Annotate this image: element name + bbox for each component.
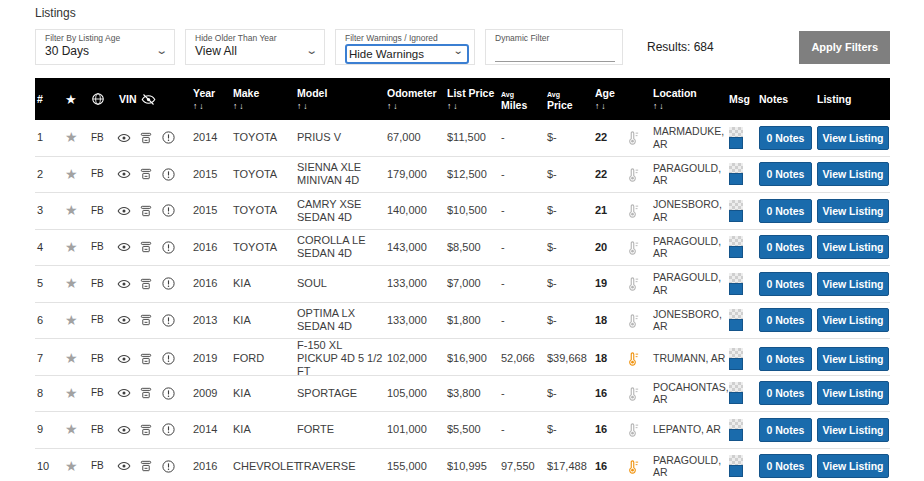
col-age-sort[interactable]: Age ↑↓ bbox=[593, 87, 625, 112]
fb-source-label[interactable]: FB bbox=[89, 168, 117, 180]
fb-source-label[interactable]: FB bbox=[89, 387, 117, 399]
alert-circle-icon[interactable] bbox=[161, 276, 191, 291]
filter-listing-age[interactable]: Filter By Listing Age 30 Days ⌄ bbox=[35, 29, 175, 65]
notes-button[interactable]: 0 Notes bbox=[759, 272, 812, 296]
warnings-select[interactable]: Hide Warnings bbox=[345, 44, 469, 64]
apply-filters-button[interactable]: Apply Filters bbox=[799, 31, 890, 64]
eye-icon[interactable] bbox=[117, 423, 139, 437]
star-icon[interactable]: ★ bbox=[63, 92, 89, 107]
star-icon[interactable]: ★ bbox=[65, 385, 78, 401]
dynamic-filter-input[interactable] bbox=[495, 46, 615, 62]
star-icon[interactable]: ★ bbox=[65, 129, 78, 145]
view-listing-button[interactable]: View Listing bbox=[817, 347, 889, 371]
fb-source-label[interactable]: FB bbox=[89, 424, 117, 436]
eye-icon[interactable] bbox=[117, 240, 139, 254]
eye-icon[interactable] bbox=[117, 352, 139, 366]
thermometer-icon bbox=[625, 167, 651, 182]
star-icon[interactable]: ★ bbox=[65, 458, 78, 474]
messenger-placeholder-icon[interactable] bbox=[729, 236, 743, 258]
alert-circle-icon[interactable] bbox=[161, 203, 191, 218]
alert-circle-icon[interactable] bbox=[161, 313, 191, 328]
col-odometer-sort[interactable]: Odometer ↑↓ bbox=[385, 87, 445, 112]
alert-circle-icon[interactable] bbox=[161, 130, 191, 145]
star-icon[interactable]: ★ bbox=[65, 421, 78, 437]
notes-button[interactable]: 0 Notes bbox=[759, 308, 812, 332]
view-listing-button[interactable]: View Listing bbox=[817, 126, 889, 150]
filter-older-than-year[interactable]: Hide Older Than Year View All ⌄ bbox=[185, 29, 325, 65]
star-icon[interactable]: ★ bbox=[65, 239, 78, 255]
messenger-placeholder-icon[interactable] bbox=[729, 455, 743, 477]
col-location-sort[interactable]: Location ↑↓ bbox=[651, 87, 727, 112]
notes-button[interactable]: 0 Notes bbox=[759, 347, 812, 371]
view-listing-button[interactable]: View Listing bbox=[817, 235, 889, 259]
printer-icon[interactable] bbox=[139, 386, 161, 400]
alert-circle-icon[interactable] bbox=[161, 386, 191, 401]
star-icon[interactable]: ★ bbox=[65, 350, 78, 366]
messenger-placeholder-icon[interactable] bbox=[729, 419, 743, 441]
messenger-placeholder-icon[interactable] bbox=[729, 348, 743, 370]
notes-button[interactable]: 0 Notes bbox=[759, 126, 812, 150]
printer-icon[interactable] bbox=[139, 277, 161, 291]
notes-button[interactable]: 0 Notes bbox=[759, 235, 812, 259]
messenger-placeholder-icon[interactable] bbox=[729, 382, 743, 404]
messenger-placeholder-icon[interactable] bbox=[729, 273, 743, 295]
globe-icon[interactable] bbox=[89, 92, 117, 106]
printer-icon[interactable] bbox=[139, 240, 161, 254]
printer-icon[interactable] bbox=[139, 313, 161, 327]
eye-icon[interactable] bbox=[117, 204, 139, 218]
notes-button[interactable]: 0 Notes bbox=[759, 381, 812, 405]
printer-icon[interactable] bbox=[139, 167, 161, 181]
fb-source-label[interactable]: FB bbox=[89, 205, 117, 217]
notes-button[interactable]: 0 Notes bbox=[759, 454, 812, 478]
fb-source-label[interactable]: FB bbox=[89, 278, 117, 290]
printer-icon[interactable] bbox=[139, 131, 161, 145]
col-list-price-sort[interactable]: List Price ↑↓ bbox=[445, 87, 499, 112]
alert-circle-icon[interactable] bbox=[161, 351, 191, 366]
fb-source-label[interactable]: FB bbox=[89, 132, 117, 144]
fb-source-label[interactable]: FB bbox=[89, 353, 117, 365]
thermometer-icon bbox=[625, 240, 651, 255]
view-listing-button[interactable]: View Listing bbox=[817, 308, 889, 332]
printer-icon[interactable] bbox=[139, 423, 161, 437]
view-listing-button[interactable]: View Listing bbox=[817, 418, 889, 442]
alert-circle-icon[interactable] bbox=[161, 459, 191, 474]
col-model-sort[interactable]: Model ↑↓ bbox=[295, 87, 385, 112]
alert-circle-icon[interactable] bbox=[161, 167, 191, 182]
view-listing-button[interactable]: View Listing bbox=[817, 454, 889, 478]
printer-icon[interactable] bbox=[139, 204, 161, 218]
messenger-placeholder-icon[interactable] bbox=[729, 309, 743, 331]
messenger-placeholder-icon[interactable] bbox=[729, 163, 743, 185]
col-make-sort[interactable]: Make ↑↓ bbox=[231, 87, 295, 112]
fb-source-label[interactable]: FB bbox=[89, 314, 117, 326]
alert-circle-icon[interactable] bbox=[161, 422, 191, 437]
eye-icon[interactable] bbox=[117, 131, 139, 145]
printer-icon[interactable] bbox=[139, 459, 161, 473]
odometer-cell: 133,000 bbox=[385, 314, 445, 327]
messenger-placeholder-icon[interactable] bbox=[729, 127, 743, 149]
messenger-placeholder-icon[interactable] bbox=[729, 200, 743, 222]
star-icon[interactable]: ★ bbox=[65, 202, 78, 218]
notes-button[interactable]: 0 Notes bbox=[759, 199, 812, 223]
view-listing-button[interactable]: View Listing bbox=[817, 381, 889, 405]
view-listing-button[interactable]: View Listing bbox=[817, 199, 889, 223]
alert-circle-icon[interactable] bbox=[161, 240, 191, 255]
eye-icon[interactable] bbox=[117, 277, 139, 291]
notes-button[interactable]: 0 Notes bbox=[759, 162, 812, 186]
printer-icon[interactable] bbox=[139, 352, 161, 366]
list-price-cell: $10,500 bbox=[445, 204, 499, 217]
view-listing-button[interactable]: View Listing bbox=[817, 162, 889, 186]
eye-icon[interactable] bbox=[117, 313, 139, 327]
star-icon[interactable]: ★ bbox=[65, 166, 78, 182]
list-price-cell: $11,500 bbox=[445, 131, 499, 144]
notes-button[interactable]: 0 Notes bbox=[759, 418, 812, 442]
view-listing-button[interactable]: View Listing bbox=[817, 272, 889, 296]
eye-icon[interactable] bbox=[117, 167, 139, 181]
eye-icon[interactable] bbox=[117, 459, 139, 473]
fb-source-label[interactable]: FB bbox=[89, 460, 117, 472]
eye-icon[interactable] bbox=[117, 386, 139, 400]
fb-source-label[interactable]: FB bbox=[89, 241, 117, 253]
eye-slash-icon[interactable] bbox=[139, 92, 161, 107]
star-icon[interactable]: ★ bbox=[65, 312, 78, 328]
col-year-sort[interactable]: Year ↑↓ bbox=[191, 87, 231, 112]
star-icon[interactable]: ★ bbox=[65, 275, 78, 291]
